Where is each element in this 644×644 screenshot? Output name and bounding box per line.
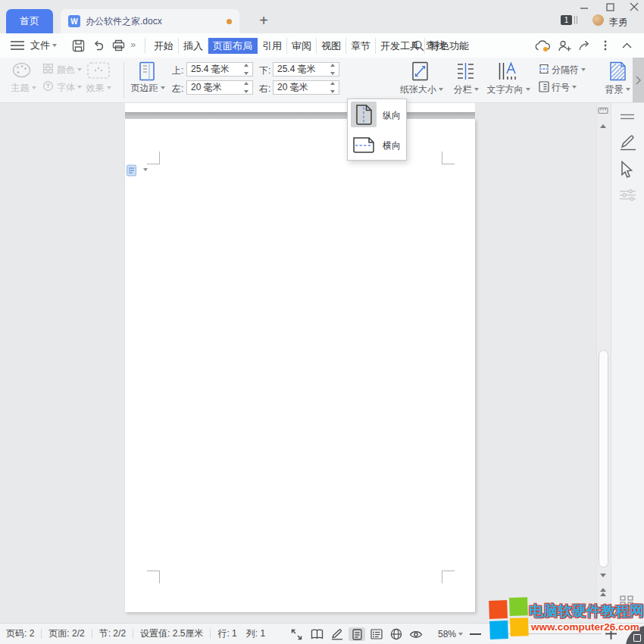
previous-page-arrow[interactable] [600, 588, 606, 592]
user-name[interactable]: 李勇 [609, 16, 627, 29]
status-column[interactable]: 列: 1 [246, 627, 265, 640]
previous-page-bottom [125, 103, 475, 112]
menu-item-landscape[interactable]: 横向 [348, 130, 406, 160]
status-section[interactable]: 节: 2/2 [99, 627, 126, 640]
page-background-button[interactable]: 背景 [604, 83, 631, 96]
paste-options-caret-icon[interactable] [143, 168, 148, 171]
margin-bottom-input[interactable]: 25.4 毫米 [273, 62, 339, 77]
ribbon-expand-button[interactable] [633, 58, 644, 102]
search-label[interactable]: 查找 [426, 39, 445, 52]
annotate-pen-icon[interactable] [620, 135, 636, 151]
avatar[interactable] [592, 14, 604, 26]
text-direction-button[interactable]: 文字方向 [486, 83, 530, 96]
document-tab[interactable]: W 办公软件之家.docx [61, 9, 239, 33]
margin-right-input[interactable]: 20 毫米 [273, 80, 339, 95]
share-icon[interactable] [578, 40, 590, 51]
divider [92, 629, 92, 639]
effects-label: 效果 [86, 83, 105, 93]
zoom-out-icon[interactable] [470, 633, 481, 635]
margins-icon[interactable] [138, 61, 156, 81]
divider [210, 629, 211, 639]
margin-left-label: 左: [172, 83, 183, 95]
margin-left-input[interactable]: 20 毫米 [186, 80, 253, 95]
margins-button[interactable]: 页边距 [129, 82, 167, 95]
line-numbers-icon[interactable] [539, 81, 549, 92]
select-cursor-icon[interactable] [620, 161, 634, 179]
margin-right-label: 右: [259, 83, 270, 95]
add-user-icon[interactable] [558, 40, 571, 52]
outline-view-button[interactable] [368, 627, 385, 641]
previous-page-arrow2[interactable] [600, 592, 606, 596]
apps-grid-icon[interactable] [620, 596, 636, 610]
breaks-button[interactable]: 分隔符 [552, 64, 586, 77]
maximize-button[interactable] [602, 0, 618, 14]
eye-protect-button[interactable] [408, 627, 424, 641]
more-options-icon[interactable] [604, 40, 607, 51]
text-direction-icon[interactable] [498, 61, 517, 81]
divider [133, 629, 133, 639]
print-icon[interactable] [112, 39, 125, 52]
paper-size-icon[interactable] [411, 61, 429, 81]
columns-button[interactable]: 分栏 [452, 83, 480, 96]
status-page[interactable]: 页面: 2/2 [48, 627, 84, 640]
page-background-icon[interactable] [609, 61, 627, 81]
fullscreen-button[interactable] [288, 627, 305, 641]
quick-access-overflow[interactable]: » [130, 39, 136, 50]
line-numbers-button[interactable]: 行号 [552, 81, 577, 94]
status-setting-value[interactable]: 设置值: 2.5厘米 [140, 627, 203, 640]
pen-icon [331, 629, 343, 640]
status-line[interactable]: 行: 1 [217, 627, 236, 640]
minimize-button[interactable] [576, 0, 592, 14]
scroll-down-arrow[interactable] [600, 574, 606, 577]
file-menu[interactable]: 文件 [30, 39, 57, 52]
paste-options-icon[interactable] [126, 164, 139, 177]
page-view-button[interactable] [349, 627, 365, 641]
write-mode-button[interactable] [329, 627, 345, 641]
menu-item-portrait[interactable]: 纵向 [348, 99, 406, 130]
ruler-toggle-icon[interactable] [598, 107, 608, 114]
tab-view[interactable]: 视图 [317, 38, 346, 54]
tab-review[interactable]: 审阅 [287, 38, 317, 54]
margin-top-input[interactable]: 25.4 毫米 [186, 62, 253, 77]
sidebar-handle-icon[interactable] [620, 114, 635, 120]
margin-bottom-stepper[interactable] [330, 64, 337, 75]
scroll-up-arrow[interactable] [600, 124, 606, 128]
landscape-page-icon [352, 136, 375, 154]
margin-top-stepper[interactable] [244, 64, 251, 75]
margin-right-stepper[interactable] [330, 82, 337, 93]
scrollbar-thumb[interactable] [599, 350, 608, 567]
theme-effects-icon [87, 62, 110, 79]
theme-button: 主题 [7, 82, 40, 95]
tab-page-layout[interactable]: 页面布局 [208, 38, 258, 54]
theme-fonts-button: 字体 [57, 81, 82, 94]
browse-object-button[interactable] [601, 605, 608, 611]
zoom-level[interactable]: 58% [438, 629, 463, 639]
web-layout-button[interactable] [388, 627, 405, 641]
zoom-slider[interactable] [491, 633, 602, 634]
hamburger-icon[interactable] [11, 41, 24, 50]
new-tab-button[interactable]: + [255, 10, 273, 31]
margin-left-stepper[interactable] [244, 82, 251, 93]
search-icon[interactable] [413, 40, 424, 52]
zoom-in-icon[interactable] [605, 628, 617, 639]
tab-home-ribbon[interactable]: 开始 [149, 38, 179, 54]
adjust-sliders-icon[interactable] [620, 189, 636, 201]
read-layout-button[interactable] [308, 627, 325, 641]
logo-square-orange [489, 600, 508, 619]
document-count-badge[interactable]: 1 [561, 15, 572, 25]
tab-insert[interactable]: 插入 [179, 38, 208, 54]
collapse-ribbon-icon[interactable] [622, 42, 632, 48]
save-icon[interactable] [72, 39, 85, 52]
tab-section[interactable]: 章节 [346, 38, 376, 54]
paper-size-button[interactable]: 纸张大小 [400, 83, 439, 96]
margin-left-value: 20 毫米 [191, 82, 222, 92]
cloud-sync-icon[interactable] [534, 40, 551, 52]
document-page[interactable] [125, 119, 475, 612]
undo-icon[interactable] [92, 39, 105, 51]
tab-references[interactable]: 引用 [258, 38, 287, 54]
status-page-number[interactable]: 页码: 2 [6, 627, 34, 640]
close-button[interactable] [626, 0, 642, 14]
columns-icon[interactable] [456, 61, 475, 81]
breaks-icon[interactable] [539, 64, 549, 74]
home-tab[interactable]: 首页 [6, 9, 53, 33]
